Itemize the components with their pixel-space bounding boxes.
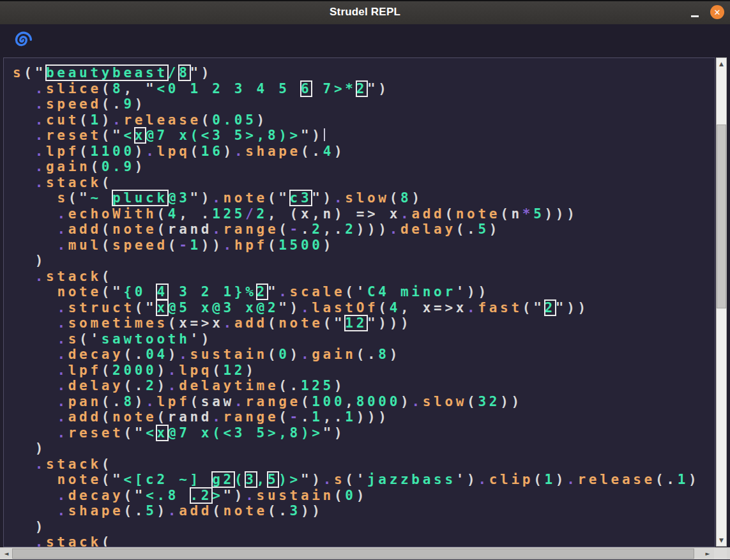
code-token: 9: [123, 96, 134, 112]
code-token: [13, 159, 35, 174]
close-button[interactable]: ✕: [710, 5, 724, 19]
code-token: (.: [301, 144, 323, 159]
code-token: (: [79, 144, 90, 159]
code-token: note: [57, 284, 101, 299]
code-line: .delay(.2).delaytime(.125): [13, 378, 715, 394]
code-token: 8000: [356, 394, 400, 409]
code-token: .: [35, 128, 46, 143]
code-token: .: [57, 315, 68, 331]
code-token: .: [323, 472, 334, 487]
code-token: range: [224, 409, 279, 425]
code-token: ,.: [323, 222, 346, 237]
code-token: <[c2 ~]: [123, 472, 212, 487]
code-token: note: [278, 315, 323, 331]
text-caret: [324, 128, 325, 141]
code-line: .stack(: [13, 175, 715, 191]
code-token: <: [123, 128, 134, 143]
code-token: .: [57, 347, 68, 362]
v-scrollbar-up-arrow[interactable]: ▲: [717, 59, 726, 69]
code-token: @7 x(<3 5>,8)>: [146, 128, 301, 143]
code-token: (": [268, 190, 290, 206]
code-token: lastOf: [312, 300, 378, 315]
code-token: .: [168, 363, 179, 378]
code-token: .: [400, 206, 411, 222]
code-token: ,.: [323, 409, 346, 425]
code-token: (x=>x: [168, 315, 224, 331]
code-token: @5 x@3 x@2: [168, 300, 278, 315]
code-token: 1: [312, 409, 323, 425]
title-bar[interactable]: Strudel REPL ✕: [0, 0, 730, 24]
code-token: .: [301, 347, 312, 362]
code-token: 7>*: [312, 81, 356, 96]
code-token: note: [224, 190, 268, 206]
code-token: (": [323, 315, 346, 331]
code-token: 4: [323, 144, 334, 159]
code-token: <.8: [146, 488, 190, 503]
v-scrollbar-thumb[interactable]: [717, 125, 726, 308]
v-scrollbar-down-arrow[interactable]: ▼: [717, 535, 726, 545]
code-token: ))): [356, 409, 390, 425]
code-token: ): [334, 144, 345, 159]
code-token: ): [556, 472, 567, 487]
code-token: .: [146, 394, 156, 409]
code-token: ): [290, 347, 301, 362]
code-token: /: [245, 206, 256, 222]
code-token: pan: [68, 394, 102, 409]
code-line: note("<[c2 ~] g2(3,5)>").s('jazzbass').c…: [13, 472, 715, 488]
code-token: ))): [545, 206, 578, 222]
code-token: note: [112, 409, 156, 425]
code-token: )>: [278, 472, 301, 487]
scrollbar-corner: [714, 548, 727, 559]
code-token: -: [179, 238, 190, 253]
minimize-icon: [691, 15, 699, 17]
code-token: .: [234, 144, 245, 159]
code-token: {0: [123, 284, 156, 299]
code-token: "): [301, 128, 323, 143]
code-token: .: [278, 284, 289, 299]
code-token: speed: [46, 96, 102, 112]
code-token: (": [123, 488, 146, 503]
code-token: .: [57, 378, 68, 393]
code-token: 1: [90, 112, 101, 128]
code-token: [13, 190, 57, 206]
code-token: .: [35, 81, 46, 96]
code-token: add: [179, 503, 212, 518]
minimize-button[interactable]: [685, 0, 704, 24]
code-token: (: [201, 112, 212, 128]
code-token: ): [156, 363, 167, 378]
code-token: "): [190, 65, 213, 80]
code-token: range: [224, 222, 279, 237]
active-token-highlight: x: [156, 425, 167, 441]
code-line: .decay("<.8 .2>").sustain(0): [13, 488, 715, 504]
code-token: .: [35, 96, 46, 112]
code-token: (: [445, 206, 455, 222]
code-token: .: [212, 222, 223, 237]
h-scrollbar-right-arrow[interactable]: ►: [703, 548, 713, 559]
code-token: ): [245, 363, 256, 378]
code-token: ): [334, 378, 345, 393]
code-token: "): [301, 472, 323, 487]
h-scrollbar[interactable]: ◄ ►: [0, 547, 730, 559]
code-token: clip: [489, 472, 533, 487]
code-token: slow: [423, 394, 467, 409]
code-token: (.: [456, 222, 478, 237]
code-token: [13, 222, 57, 237]
code-editor[interactable]: s("beautybeast/8") .slice(8, "<0 1 2 3 4…: [3, 57, 715, 547]
code-token: -: [290, 222, 301, 237]
code-token: add: [68, 409, 102, 425]
code-token: .: [224, 315, 234, 331]
h-scrollbar-thumb[interactable]: [12, 549, 694, 559]
code-token: [13, 409, 57, 425]
code-token: [13, 128, 35, 143]
code-token: add: [234, 315, 268, 331]
h-scrollbar-left-arrow[interactable]: ◄: [1, 548, 11, 559]
code-token: *: [522, 206, 533, 222]
code-token: ): [135, 96, 146, 112]
code-token: 4: [390, 300, 400, 315]
code-token: @7 x(<3 5>,8)>: [168, 425, 323, 441]
active-token-highlight: g2: [212, 472, 234, 487]
code-token: sustain: [190, 347, 268, 362]
v-scrollbar[interactable]: ▲ ▼: [716, 57, 727, 547]
code-token: [13, 96, 35, 112]
code-line: .stack(: [13, 534, 715, 547]
